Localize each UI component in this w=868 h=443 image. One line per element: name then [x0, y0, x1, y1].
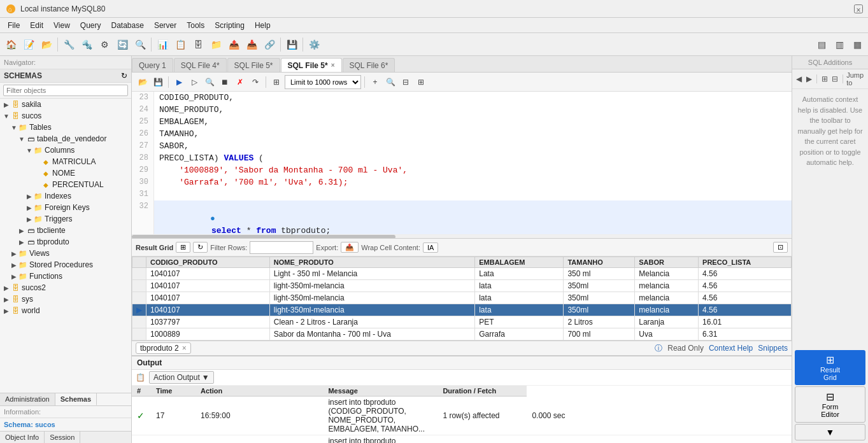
error-btn[interactable]: ✗ [233, 75, 247, 89]
tree-item-sys[interactable]: ▶ 🗄 sys [0, 293, 131, 305]
tree-item-tbcliente[interactable]: ▶ 🗃 tbcliente [0, 225, 131, 236]
toolbar-btn-6[interactable]: 🔍 [132, 36, 148, 53]
layout-btn-2[interactable]: ▥ [831, 36, 848, 53]
toolbar-btn-14[interactable]: 💾 [283, 36, 300, 53]
nav-back-btn[interactable]: ◀ [794, 73, 803, 85]
tree-item-indexes[interactable]: ▶ 📁 Indexes [0, 190, 131, 202]
close-button[interactable]: × [854, 4, 863, 13]
expand-btn[interactable]: ⊡ [773, 242, 788, 253]
execute-selection-btn[interactable]: ▷ [187, 75, 201, 89]
toolbar-btn-3[interactable]: 🔩 [78, 36, 95, 53]
layout-btn-3[interactable]: ▦ [849, 36, 865, 53]
toolbar-btn-13[interactable]: 🔗 [261, 36, 278, 53]
refresh-btn[interactable]: ↻ [193, 242, 208, 253]
nav-up-btn[interactable]: ⊞ [820, 73, 829, 85]
snippets-label[interactable]: Snippets [758, 344, 788, 353]
help-icon-btn[interactable]: ⓘ [655, 343, 662, 354]
result-tab-item[interactable]: tbproduto 2 × [136, 342, 191, 354]
menu-server[interactable]: Server [149, 20, 181, 31]
toolbar-btn-8[interactable]: 📋 [172, 36, 189, 53]
menu-scripting[interactable]: Scripting [210, 20, 250, 31]
tab-object-info[interactable]: Object Info [0, 432, 45, 443]
refresh-schemas-btn[interactable]: ↻ [121, 71, 127, 80]
tree-item-views[interactable]: ▶ 📁 Views [0, 248, 131, 259]
toolbar-btn-12[interactable]: 📥 [243, 36, 260, 53]
tab-administration[interactable]: Administration [0, 393, 55, 405]
tab-query1[interactable]: Query 1 [132, 58, 173, 72]
filter-objects-input[interactable] [3, 85, 128, 96]
menu-view[interactable]: View [48, 20, 75, 31]
toolbar-btn-2[interactable]: 🔧 [60, 36, 77, 53]
table-row[interactable]: 1040107 light-350ml-melancia lata 350ml … [132, 292, 792, 304]
output-row[interactable]: ✓ 17 16:59:00 insert into tbproduto (COD… [132, 397, 792, 435]
tree-item-triggers[interactable]: ▶ 📁 Triggers [0, 213, 131, 225]
tree-item-tbproduto[interactable]: ▶ 🗃 tbproduto [0, 236, 131, 248]
sql-editor[interactable]: 23 CODIGO_PRODUTO, 24 NOME_PRODUTO, 25 E… [132, 92, 792, 234]
table-row[interactable]: 1037797 Clean - 2 Litros - Laranja PET 2… [132, 316, 792, 328]
menu-file[interactable]: File [3, 20, 25, 31]
explain-btn[interactable]: 🔍 [203, 75, 217, 89]
split-btn[interactable]: ⊟ [399, 75, 413, 89]
tree-item-sakila[interactable]: ▶ 🗄 sakila [0, 99, 131, 110]
toolbar-btn-7[interactable]: 📊 [154, 36, 171, 53]
tree-item-matricula[interactable]: ◆ MATRICULA [0, 156, 131, 167]
tree-item-sucos2[interactable]: ▶ 🗄 sucos2 [0, 282, 131, 293]
table-row[interactable]: 1040107 light-350ml-melancia lata 350ml … [132, 280, 792, 292]
table-row[interactable]: 1040107 Light - 350 ml - Melancia Lata 3… [132, 268, 792, 280]
tree-item-foreign-keys[interactable]: ▶ 📁 Foreign Keys [0, 202, 131, 213]
toolbar-btn-4[interactable]: ⚙ [96, 36, 113, 53]
settings-btn[interactable]: ⚙️ [306, 36, 322, 53]
tree-item-stored-procedures[interactable]: ▶ 📁 Stored Procedures [0, 259, 131, 271]
filter-rows-input[interactable] [250, 241, 313, 254]
wrap-btn[interactable]: IA [423, 243, 438, 253]
tab-sql-file4[interactable]: SQL File 4* [174, 58, 227, 72]
result-grid-panel-btn[interactable]: ⊞ ResultGrid [795, 350, 865, 385]
tab-schemas[interactable]: Schemas [55, 393, 97, 405]
tree-item-functions[interactable]: ▶ 📁 Functions [0, 271, 131, 282]
tree-item-nome[interactable]: ◆ NOME [0, 167, 131, 179]
stop-btn[interactable]: ⏹ [218, 75, 232, 89]
tree-item-tabela-vendedor[interactable]: ▼ 🗃 tabela_de_vendedor [0, 133, 131, 144]
limit-select[interactable]: Limit to 1000 rows [285, 75, 361, 89]
menu-tools[interactable]: Tools [181, 20, 210, 31]
toolbar-btn-10[interactable]: 📁 [208, 36, 224, 53]
tab-sql-file6[interactable]: SQL File 6* [343, 58, 395, 72]
scroll-down-panel-btn[interactable]: ▼ [795, 424, 865, 440]
menu-edit[interactable]: Edit [25, 20, 48, 31]
new-query-btn[interactable]: 📝 [20, 36, 37, 53]
tree-item-percentual[interactable]: ◆ PERCENTUAL [0, 179, 131, 190]
open-file-btn[interactable]: 📂 [136, 75, 150, 89]
result-grid-icon-btn[interactable]: ⊞ [176, 242, 190, 253]
context-help-label[interactable]: Context Help [709, 344, 753, 353]
tree-item-world[interactable]: ▶ 🗄 world [0, 305, 131, 316]
save-file-btn[interactable]: 💾 [151, 75, 165, 89]
menu-help[interactable]: Help [250, 20, 276, 31]
tab-close-btn[interactable]: × [331, 62, 335, 69]
table-row-selected[interactable]: ▶ 1040107 light-350ml-melancia lata 350m… [132, 304, 792, 316]
menu-database[interactable]: Database [106, 20, 149, 31]
open-btn[interactable]: 📂 [38, 36, 55, 53]
output-row[interactable]: ✓ 18 16:59:00 insert into tbproduto (COD… [132, 435, 792, 444]
tree-item-tables[interactable]: ▼ 📁 Tables [0, 122, 131, 133]
toolbar-btn-9[interactable]: 🗄 [190, 36, 206, 53]
tree-item-columns[interactable]: ▼ 📁 Columns [0, 144, 131, 156]
menu-query[interactable]: Query [75, 20, 106, 31]
find-btn[interactable]: 🔍 [383, 75, 397, 89]
tab-sql-file5b[interactable]: SQL File 5* × [281, 58, 342, 72]
action-output-btn[interactable]: Action Output ▼ [149, 371, 214, 384]
tab-sql-file5a[interactable]: SQL File 5* [227, 58, 280, 72]
layout-btn-1[interactable]: ▤ [813, 36, 830, 53]
tree-item-sucos[interactable]: ▼ 🗄 sucos [0, 110, 131, 122]
result-tab-close-btn[interactable]: × [182, 344, 187, 353]
table-row[interactable]: 1000889 Sabor da Montanha - 700 ml - Uva… [132, 328, 792, 341]
add-query-tab-btn[interactable]: + [368, 75, 382, 89]
export-btn[interactable]: 📤 [341, 242, 359, 253]
beautify-btn[interactable]: ⊞ [269, 75, 283, 89]
toolbar-btn-11[interactable]: 📤 [225, 36, 242, 53]
toolbar-btn-5[interactable]: 🔄 [114, 36, 131, 53]
execute-btn[interactable]: ▶ [172, 75, 186, 89]
new-connection-btn[interactable]: 🏠 [3, 36, 19, 53]
form-editor-panel-btn[interactable]: ⊟ FormEditor [795, 386, 865, 423]
nav-down-btn[interactable]: ⊟ [830, 73, 839, 85]
tab-session[interactable]: Session [45, 432, 80, 443]
